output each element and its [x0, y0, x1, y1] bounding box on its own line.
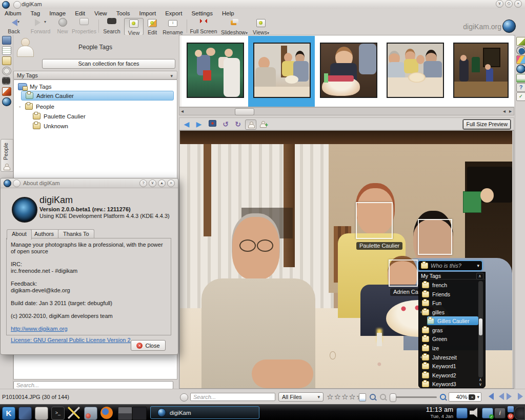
tag-option-keyword1[interactable]: Keyword1 [422, 362, 477, 370]
tray-updates-icon[interactable]: ✓ [482, 408, 493, 418]
slideshow-button[interactable]: Slideshow▾ [219, 18, 249, 34]
dialog-titlebar[interactable]: About digiKam ? ∨ ▴ × [1, 178, 178, 188]
colors-tab-icon[interactable] [516, 55, 525, 64]
tag-option-green[interactable]: Green [422, 334, 477, 343]
tag-option-gras[interactable]: gras [422, 326, 477, 334]
rename-button[interactable]: I Rename [161, 18, 185, 34]
first-image-button[interactable] [485, 393, 494, 400]
rating-star[interactable]: ☆ [341, 392, 349, 401]
scroll-left-icon[interactable]: ◂ [181, 108, 184, 115]
stop-icon[interactable] [207, 119, 217, 129]
dialog-help-button[interactable]: ? [139, 179, 147, 187]
menu-view[interactable]: View [90, 10, 112, 17]
map-search-tab-icon[interactable] [2, 97, 11, 106]
rating-widget[interactable]: ☆☆☆☆☆ [327, 392, 364, 402]
rotate-left-icon[interactable]: ↺ [220, 119, 231, 129]
pin-button[interactable] [13, 1, 21, 9]
face-rect-unnamed[interactable] [418, 219, 452, 255]
dialog-maximize-button[interactable]: ▴ [158, 179, 166, 187]
close-button[interactable]: × [514, 0, 522, 8]
properties-button[interactable]: Properties [71, 18, 97, 34]
tags-tab-icon[interactable] [2, 56, 11, 65]
previous-image-button[interactable] [495, 393, 504, 400]
menu-import[interactable]: Import [135, 10, 161, 17]
filter-search-input[interactable] [190, 393, 275, 401]
add-face-tag-icon[interactable]: + [257, 119, 268, 129]
panel-cashew[interactable] [514, 407, 525, 420]
collapse-icon[interactable]: ▾ [170, 72, 173, 80]
tray-info-icon[interactable]: i [494, 408, 506, 418]
taskbar-task-digikam[interactable]: digiKam [150, 406, 259, 419]
zoom-level-combo[interactable]: 40% × ▾ [449, 392, 481, 402]
next-image-icon[interactable]: ▶ [194, 119, 204, 129]
search-button[interactable]: Search [100, 18, 123, 34]
geolocation-tab-icon[interactable] [516, 65, 525, 73]
dropdown-scrollbar[interactable] [478, 281, 483, 377]
tag-option-jahreszeit[interactable]: +Jahreszeit [422, 353, 477, 362]
help-tab-icon[interactable]: ? [516, 83, 525, 92]
scroll-up-icon[interactable]: ∧ [476, 273, 483, 279]
tray-display-icon[interactable] [456, 408, 468, 418]
thumbnail-selected[interactable] [248, 36, 315, 107]
scrollbar-thumb[interactable] [235, 108, 254, 115]
thumbnail[interactable] [448, 36, 514, 107]
versions-tab-icon[interactable] [516, 74, 525, 83]
thumbnail[interactable] [315, 36, 382, 107]
scroll-down-controls[interactable]: ∧ ∨ [477, 377, 483, 387]
tree-item-adrien-caulier[interactable]: Adrien Caulier [21, 91, 174, 101]
tab-about[interactable]: About [7, 229, 32, 239]
tab-authors[interactable]: Authors [29, 229, 59, 238]
face-rect-paulette[interactable] [356, 202, 393, 239]
menu-export[interactable]: Export [160, 10, 187, 17]
maximize-button[interactable]: ◇ [505, 0, 513, 8]
dialog-close-button[interactable]: × [167, 179, 175, 187]
tree-item-paulette-caulier[interactable]: Paulette Caulier [33, 111, 86, 121]
file-manager-button[interactable] [35, 407, 48, 420]
virtual-desktop-2[interactable] [132, 407, 147, 420]
metadata-tab-icon[interactable] [516, 46, 525, 55]
zoom-out-icon[interactable] [380, 394, 386, 401]
tag-option-french[interactable]: french [422, 281, 477, 289]
konsole-button[interactable]: >_ [51, 407, 65, 420]
tags-search-input[interactable] [13, 381, 173, 389]
scroll-right-icon[interactable]: ▸ [509, 108, 512, 115]
tray-klipper-icon[interactable] [508, 406, 514, 412]
tree-item-mytags[interactable]: My Tags [18, 82, 52, 91]
face-label-paulette[interactable]: Paulette Caulier [356, 242, 402, 250]
face-rect-adrien[interactable] [389, 259, 418, 287]
menu-tag[interactable]: Tag [26, 10, 45, 17]
captions-tab-icon[interactable] [516, 37, 525, 46]
system-settings-button[interactable] [68, 407, 80, 419]
back-button[interactable]: ▾ Back [2, 18, 26, 34]
taskbar-clock[interactable]: 11:13 am Tue, 4 Jan [426, 406, 453, 419]
menu-edit[interactable]: Edit [70, 10, 90, 17]
tag-option-gilles[interactable]: +gilles [422, 308, 477, 316]
tab-thanks-to[interactable]: Thanks To [58, 229, 94, 238]
tag-option-gilles-caulier[interactable]: Gilles Caulier [427, 316, 478, 325]
minimize-button[interactable]: ∨ [496, 0, 503, 8]
search-tab-icon[interactable] [2, 77, 10, 85]
tag-option-fun[interactable]: Fun [422, 298, 477, 307]
filters-tab-icon[interactable]: ✓ [516, 92, 525, 101]
firefox-button[interactable] [100, 407, 113, 419]
who-is-this-combobox[interactable]: Who is this? ▾ [418, 261, 482, 271]
full-size-preview-button[interactable]: Full Size Preview [463, 119, 511, 129]
zoom-fit-icon[interactable] [370, 394, 376, 401]
virtual-desktop-1[interactable] [118, 407, 132, 420]
digikam-website-link[interactable]: http://www.digikam.org [11, 326, 167, 332]
back-dropdown-icon[interactable]: ▾ [17, 19, 19, 24]
edit-button[interactable]: Edit [145, 18, 160, 34]
next-image-button[interactable] [507, 393, 515, 400]
show-desktop-button[interactable] [18, 407, 32, 420]
scroll-left-icon[interactable]: ◂ [503, 108, 506, 115]
tag-option-keyword3[interactable]: Keyword3 [422, 379, 477, 388]
my-tags-section-header[interactable]: My Tags ▾ [13, 71, 177, 79]
timeline-tab-icon[interactable] [2, 67, 11, 75]
expander-icon[interactable]: - [19, 104, 21, 109]
clear-icon[interactable]: × [469, 394, 475, 400]
menu-help[interactable]: Help [217, 10, 239, 17]
calendar-tab-icon[interactable] [2, 46, 11, 55]
views-button[interactable]: Views▾ [250, 18, 272, 34]
tree-item-unknown[interactable]: Unknown [33, 121, 68, 131]
filter-indicator-led[interactable] [180, 393, 188, 402]
